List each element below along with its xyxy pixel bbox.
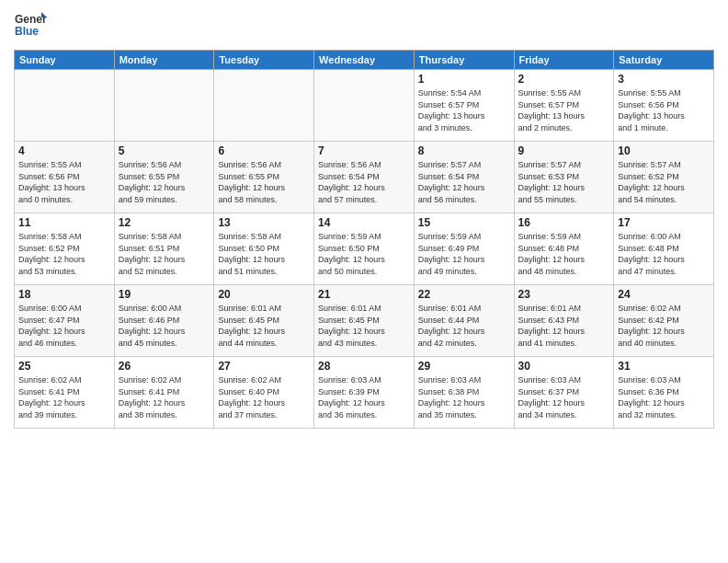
weekday-header-tuesday: Tuesday [214,51,314,70]
day-info: Sunrise: 6:03 AM Sunset: 6:38 PM Dayligh… [418,374,510,420]
day-number: 2 [518,73,610,86]
day-number: 25 [18,360,110,373]
weekday-header-row: SundayMondayTuesdayWednesdayThursdayFrid… [15,51,714,70]
calendar-cell: 21Sunrise: 6:01 AM Sunset: 6:45 PM Dayli… [314,285,415,357]
day-info: Sunrise: 6:01 AM Sunset: 6:44 PM Dayligh… [418,303,510,349]
calendar-cell: 4Sunrise: 5:55 AM Sunset: 6:56 PM Daylig… [15,142,115,213]
day-info: Sunrise: 5:58 AM Sunset: 6:50 PM Dayligh… [218,231,310,277]
logo: General Blue [14,9,47,42]
day-info: Sunrise: 5:54 AM Sunset: 6:57 PM Dayligh… [418,87,510,133]
day-number: 6 [218,144,310,157]
day-info: Sunrise: 5:55 AM Sunset: 6:57 PM Dayligh… [518,87,610,133]
day-number: 28 [318,360,410,373]
calendar-cell: 26Sunrise: 6:02 AM Sunset: 6:41 PM Dayli… [114,357,214,429]
calendar-cell [214,70,314,142]
page-header: General Blue [14,9,714,42]
day-number: 9 [518,144,610,157]
calendar-cell: 17Sunrise: 6:00 AM Sunset: 6:48 PM Dayli… [614,213,714,285]
svg-text:Blue: Blue [15,25,39,38]
day-number: 15 [418,216,510,229]
calendar-cell: 16Sunrise: 5:59 AM Sunset: 6:48 PM Dayli… [514,213,614,285]
day-number: 11 [18,216,110,229]
calendar-cell: 30Sunrise: 6:03 AM Sunset: 6:37 PM Dayli… [514,357,614,429]
day-info: Sunrise: 5:56 AM Sunset: 6:55 PM Dayligh… [119,159,210,205]
calendar-cell: 12Sunrise: 5:58 AM Sunset: 6:51 PM Dayli… [114,213,214,285]
calendar-cell: 14Sunrise: 5:59 AM Sunset: 6:50 PM Dayli… [314,213,415,285]
day-number: 18 [18,288,110,301]
day-info: Sunrise: 5:55 AM Sunset: 6:56 PM Dayligh… [18,159,110,205]
calendar-cell: 10Sunrise: 5:57 AM Sunset: 6:52 PM Dayli… [614,142,714,213]
day-info: Sunrise: 5:55 AM Sunset: 6:56 PM Dayligh… [618,87,710,133]
day-info: Sunrise: 6:03 AM Sunset: 6:39 PM Dayligh… [318,374,410,420]
day-info: Sunrise: 6:01 AM Sunset: 6:45 PM Dayligh… [218,303,310,349]
day-number: 24 [618,288,710,301]
calendar-cell: 11Sunrise: 5:58 AM Sunset: 6:52 PM Dayli… [15,213,115,285]
day-info: Sunrise: 5:56 AM Sunset: 6:55 PM Dayligh… [218,159,310,205]
calendar-cell: 25Sunrise: 6:02 AM Sunset: 6:41 PM Dayli… [15,357,115,429]
calendar-cell: 20Sunrise: 6:01 AM Sunset: 6:45 PM Dayli… [214,285,314,357]
calendar-cell: 1Sunrise: 5:54 AM Sunset: 6:57 PM Daylig… [414,70,514,142]
day-info: Sunrise: 5:58 AM Sunset: 6:51 PM Dayligh… [119,231,210,277]
weekday-header-sunday: Sunday [15,51,115,70]
day-number: 23 [518,288,610,301]
day-number: 16 [518,216,610,229]
calendar-cell: 31Sunrise: 6:03 AM Sunset: 6:36 PM Dayli… [614,357,714,429]
weekday-header-friday: Friday [514,51,614,70]
calendar-table: SundayMondayTuesdayWednesdayThursdayFrid… [14,50,714,429]
calendar-cell: 13Sunrise: 5:58 AM Sunset: 6:50 PM Dayli… [214,213,314,285]
day-info: Sunrise: 6:03 AM Sunset: 6:36 PM Dayligh… [618,374,710,420]
day-info: Sunrise: 6:00 AM Sunset: 6:47 PM Dayligh… [18,303,110,349]
day-number: 26 [119,360,210,373]
day-number: 29 [418,360,510,373]
calendar-cell: 28Sunrise: 6:03 AM Sunset: 6:39 PM Dayli… [314,357,415,429]
calendar-week-row: 1Sunrise: 5:54 AM Sunset: 6:57 PM Daylig… [15,70,714,142]
day-number: 17 [618,216,710,229]
weekday-header-wednesday: Wednesday [314,51,415,70]
weekday-header-thursday: Thursday [414,51,514,70]
day-number: 21 [318,288,410,301]
day-info: Sunrise: 5:58 AM Sunset: 6:52 PM Dayligh… [18,231,110,277]
day-info: Sunrise: 6:02 AM Sunset: 6:41 PM Dayligh… [18,374,110,420]
day-info: Sunrise: 6:00 AM Sunset: 6:48 PM Dayligh… [618,231,710,277]
day-number: 13 [218,216,310,229]
calendar-cell: 9Sunrise: 5:57 AM Sunset: 6:53 PM Daylig… [514,142,614,213]
day-number: 14 [318,216,410,229]
day-info: Sunrise: 5:59 AM Sunset: 6:48 PM Dayligh… [518,231,610,277]
day-number: 7 [318,144,410,157]
day-info: Sunrise: 5:57 AM Sunset: 6:53 PM Dayligh… [518,159,610,205]
weekday-header-monday: Monday [114,51,214,70]
calendar-cell: 5Sunrise: 5:56 AM Sunset: 6:55 PM Daylig… [114,142,214,213]
calendar-cell: 3Sunrise: 5:55 AM Sunset: 6:56 PM Daylig… [614,70,714,142]
day-info: Sunrise: 5:59 AM Sunset: 6:50 PM Dayligh… [318,231,410,277]
day-info: Sunrise: 6:01 AM Sunset: 6:43 PM Dayligh… [518,303,610,349]
calendar-week-row: 4Sunrise: 5:55 AM Sunset: 6:56 PM Daylig… [15,142,714,213]
calendar-week-row: 18Sunrise: 6:00 AM Sunset: 6:47 PM Dayli… [15,285,714,357]
day-number: 30 [518,360,610,373]
calendar-cell: 27Sunrise: 6:02 AM Sunset: 6:40 PM Dayli… [214,357,314,429]
logo-svg: General Blue [14,9,47,42]
day-info: Sunrise: 6:02 AM Sunset: 6:40 PM Dayligh… [218,374,310,420]
day-number: 20 [218,288,310,301]
day-number: 31 [618,360,710,373]
day-number: 3 [618,73,710,86]
calendar-cell: 24Sunrise: 6:02 AM Sunset: 6:42 PM Dayli… [614,285,714,357]
calendar-cell: 29Sunrise: 6:03 AM Sunset: 6:38 PM Dayli… [414,357,514,429]
day-info: Sunrise: 5:57 AM Sunset: 6:52 PM Dayligh… [618,159,710,205]
page-container: General Blue SundayMondayTuesdayWednesda… [0,0,728,563]
calendar-cell: 7Sunrise: 5:56 AM Sunset: 6:54 PM Daylig… [314,142,415,213]
calendar-cell: 22Sunrise: 6:01 AM Sunset: 6:44 PM Dayli… [414,285,514,357]
day-number: 22 [418,288,510,301]
calendar-cell [314,70,415,142]
day-info: Sunrise: 5:59 AM Sunset: 6:49 PM Dayligh… [418,231,510,277]
day-info: Sunrise: 6:01 AM Sunset: 6:45 PM Dayligh… [318,303,410,349]
day-number: 19 [119,288,210,301]
calendar-week-row: 25Sunrise: 6:02 AM Sunset: 6:41 PM Dayli… [15,357,714,429]
calendar-week-row: 11Sunrise: 5:58 AM Sunset: 6:52 PM Dayli… [15,213,714,285]
calendar-cell: 19Sunrise: 6:00 AM Sunset: 6:46 PM Dayli… [114,285,214,357]
day-info: Sunrise: 5:56 AM Sunset: 6:54 PM Dayligh… [318,159,410,205]
calendar-cell: 18Sunrise: 6:00 AM Sunset: 6:47 PM Dayli… [15,285,115,357]
day-info: Sunrise: 6:03 AM Sunset: 6:37 PM Dayligh… [518,374,610,420]
day-number: 12 [119,216,210,229]
day-number: 5 [119,144,210,157]
calendar-cell [15,70,115,142]
